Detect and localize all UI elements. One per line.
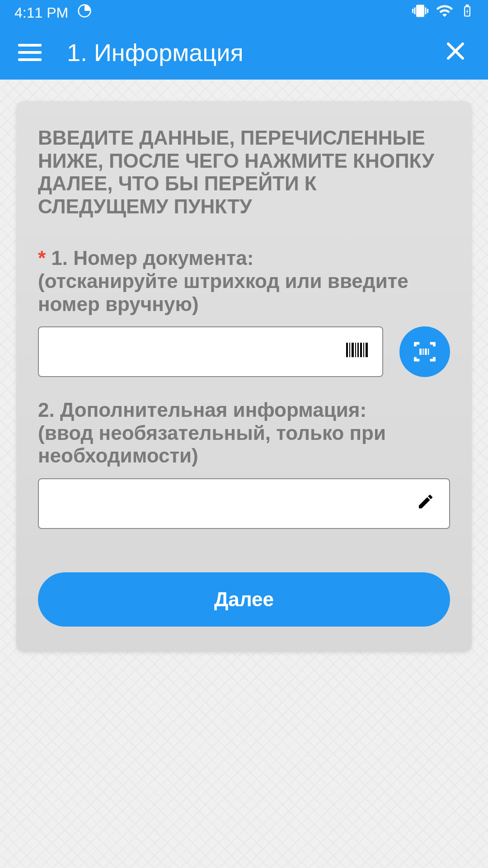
additional-info-input-wrapper[interactable] xyxy=(38,478,450,529)
close-button[interactable] xyxy=(441,38,470,68)
barcode-icon xyxy=(346,342,368,361)
svg-rect-2 xyxy=(466,5,469,7)
status-bar: 4:11 PM xyxy=(0,0,488,25)
doc-number-input[interactable] xyxy=(50,327,371,376)
field1-label: * 1. Номер документа: (отсканируйте штри… xyxy=(38,247,450,316)
svg-rect-8 xyxy=(428,349,429,355)
wifi-icon xyxy=(436,2,454,24)
pencil-icon xyxy=(417,492,435,514)
field2-label-line1: 2. Дополнительная информация: xyxy=(38,399,366,421)
field1-label-line2: (отсканируйте штрихкод или введите номер… xyxy=(38,270,408,315)
menu-button[interactable] xyxy=(18,44,42,61)
field1-label-line1: 1. Номер документа: xyxy=(51,247,253,269)
status-time: 4:11 PM xyxy=(14,5,68,21)
additional-info-input[interactable] xyxy=(50,479,438,528)
next-button[interactable]: Далее xyxy=(38,572,450,627)
form-card: ВВЕДИТЕ ДАННЫЕ, ПЕРЕЧИСЛЕННЫЕ НИЖЕ, ПОСЛ… xyxy=(16,101,472,652)
svg-rect-5 xyxy=(419,349,422,355)
doc-number-input-wrapper[interactable] xyxy=(38,326,383,377)
scan-barcode-button[interactable] xyxy=(399,326,450,377)
app-status-icon xyxy=(77,4,92,22)
field2-label: 2. Дополнительная информация: (ввод необ… xyxy=(38,399,450,467)
field1-input-row xyxy=(38,326,450,377)
field2-label-line2: (ввод необязательный, только при необход… xyxy=(38,422,386,467)
required-indicator: * xyxy=(38,247,51,269)
svg-rect-7 xyxy=(425,349,427,355)
status-left: 4:11 PM xyxy=(14,4,92,22)
content-area: ВВЕДИТЕ ДАННЫЕ, ПЕРЕЧИСЛЕННЫЕ НИЖЕ, ПОСЛ… xyxy=(0,80,488,674)
status-right xyxy=(412,2,474,24)
app-bar: 1. Информация xyxy=(0,25,488,80)
field-additional-info: 2. Дополнительная информация: (ввод необ… xyxy=(38,399,450,529)
instruction-text: ВВЕДИТЕ ДАННЫЕ, ПЕРЕЧИСЛЕННЫЕ НИЖЕ, ПОСЛ… xyxy=(38,127,450,218)
svg-rect-6 xyxy=(422,349,423,355)
battery-icon xyxy=(461,2,474,23)
vibrate-icon xyxy=(412,3,428,23)
page-title: 1. Информация xyxy=(67,38,441,66)
field-document-number: * 1. Номер документа: (отсканируйте штри… xyxy=(38,247,450,377)
